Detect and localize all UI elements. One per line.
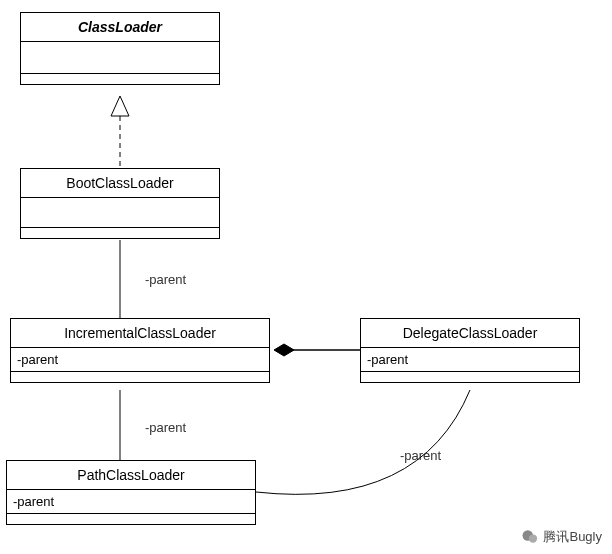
watermark-text: 腾讯Bugly bbox=[543, 528, 602, 546]
edge-label-path-delegate: -parent bbox=[400, 448, 441, 463]
class-ops-empty bbox=[21, 74, 219, 84]
class-ops-empty bbox=[21, 228, 219, 238]
svg-marker-4 bbox=[274, 344, 294, 356]
svg-point-7 bbox=[529, 534, 537, 542]
class-pathclassloader: PathClassLoader -parent bbox=[6, 460, 256, 525]
class-ops-empty bbox=[361, 372, 579, 382]
class-bootclassloader: BootClassLoader bbox=[20, 168, 220, 239]
class-title: BootClassLoader bbox=[21, 169, 219, 198]
wechat-icon bbox=[521, 528, 539, 546]
edge-label-boot-incremental: -parent bbox=[145, 272, 186, 287]
class-attr: -parent bbox=[361, 348, 579, 372]
class-title: IncrementalClassLoader bbox=[11, 319, 269, 348]
class-attr: -parent bbox=[11, 348, 269, 372]
class-attr-empty bbox=[21, 42, 219, 74]
class-title: PathClassLoader bbox=[7, 461, 255, 490]
class-attr-empty bbox=[21, 198, 219, 228]
class-ops-empty bbox=[11, 372, 269, 382]
class-incrementalclassloader: IncrementalClassLoader -parent bbox=[10, 318, 270, 383]
class-delegateclassloader: DelegateClassLoader -parent bbox=[360, 318, 580, 383]
class-attr: -parent bbox=[7, 490, 255, 514]
svg-marker-1 bbox=[111, 96, 129, 116]
class-ops-empty bbox=[7, 514, 255, 524]
class-classloader: ClassLoader bbox=[20, 12, 220, 85]
watermark: 腾讯Bugly bbox=[521, 528, 602, 546]
class-title: ClassLoader bbox=[21, 13, 219, 42]
class-title: DelegateClassLoader bbox=[361, 319, 579, 348]
edge-label-incremental-path: -parent bbox=[145, 420, 186, 435]
